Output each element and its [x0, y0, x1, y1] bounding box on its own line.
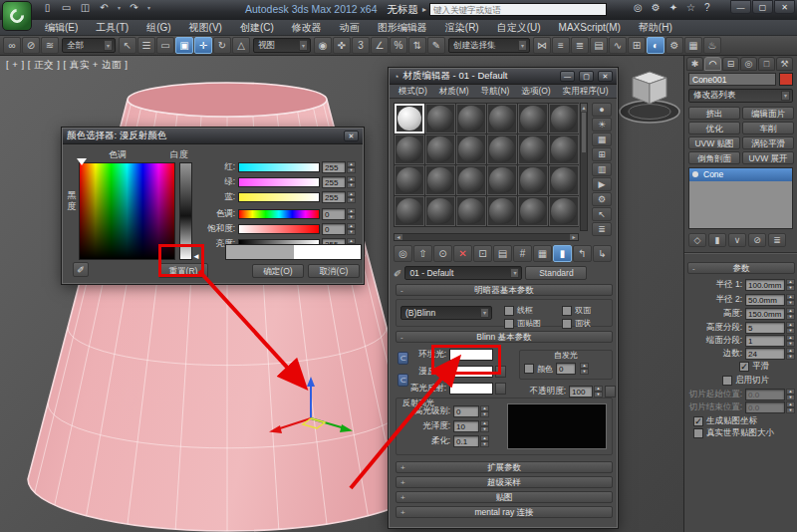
param-value[interactable]: 0.0 [745, 389, 785, 400]
sample-slot-17[interactable] [549, 165, 579, 195]
modifier-button-7[interactable]: UVW 展开 [742, 151, 794, 164]
sample-slot-3[interactable] [487, 104, 517, 133]
pick-material-eyedropper-icon[interactable]: ✐ [394, 268, 401, 279]
menu-item-2[interactable]: 组(G) [137, 20, 179, 36]
search-help-icon[interactable]: ◎ [634, 2, 643, 13]
高光反射-color-swatch[interactable] [449, 383, 493, 395]
background-icon[interactable]: ▦ [592, 133, 612, 146]
spinner[interactable]: ▲▼ [786, 348, 795, 360]
dropdown-arrow-icon[interactable]: ▾ [510, 268, 519, 278]
sample-slot-23[interactable] [549, 196, 579, 226]
spinner[interactable]: ▲▼ [347, 176, 356, 188]
infocenter-search-input[interactable] [429, 3, 607, 16]
slider-track[interactable] [238, 224, 320, 234]
material-name-dropdown[interactable]: 01 - Default ▾ [404, 266, 522, 280]
schematic-view-icon[interactable]: ⊞ [628, 37, 646, 54]
slider-value[interactable]: 0 [322, 208, 346, 220]
menu-item-6[interactable]: 动画 [331, 20, 369, 36]
spinner[interactable]: ▲▼ [786, 279, 795, 291]
backlight-icon[interactable]: ☀ [592, 118, 612, 132]
menu-item-4[interactable]: 创建(C) [231, 20, 283, 36]
select-and-scale-icon[interactable]: △ [232, 37, 250, 54]
selection-filter-dropdown[interactable]: 全部▾ [62, 38, 116, 53]
spinner[interactable]: ▲▼ [786, 308, 795, 320]
show-end-result-stack-icon[interactable]: ▮ [708, 233, 726, 247]
rollout-blinn-basic[interactable]: -Blinn 基本参数 [396, 331, 613, 343]
edit-named-sets-icon[interactable]: ✎ [427, 37, 445, 54]
select-and-move-icon[interactable]: ✛ [194, 37, 212, 54]
sample-slot-14[interactable] [456, 165, 486, 195]
rollout-collapsed-3[interactable]: +mental ray 连接 [396, 506, 613, 518]
reset-map-icon[interactable]: ✕ [453, 245, 472, 262]
sample-slot-5[interactable] [549, 104, 579, 133]
param-value[interactable]: 100.0mm [745, 279, 785, 291]
undo-dropdown-icon[interactable]: ▾ [116, 4, 123, 11]
tab-modify[interactable]: ◠ [704, 57, 721, 71]
spinner-snap-icon[interactable]: ⇅ [408, 37, 426, 54]
slider-value[interactable]: 0 [322, 223, 346, 235]
modifier-button-1[interactable]: 编辑面片 [742, 107, 794, 120]
sample-slot-13[interactable] [425, 165, 455, 195]
stack-item-cone[interactable]: Cone [689, 168, 792, 181]
checkbox-icon[interactable] [562, 319, 572, 329]
make-unique-icon[interactable]: ∨ [728, 233, 746, 247]
rollout-parameters[interactable]: -参数 [687, 262, 795, 274]
make-copy-icon[interactable]: ⊡ [473, 245, 492, 262]
menu-item-5[interactable]: 修改器 [283, 20, 331, 36]
dropdown-arrow-icon[interactable]: ▾ [781, 91, 790, 101]
undo-icon[interactable]: ↶ [97, 2, 112, 13]
param-value[interactable]: 50.0mm [745, 294, 785, 306]
me-menu-item-3[interactable]: 选项(O) [516, 86, 555, 98]
show-end-result-icon[interactable]: ▮ [553, 245, 572, 262]
selfillum-spinner[interactable]: ▲▼ [580, 363, 589, 375]
checkbox-icon[interactable]: ✓ [739, 362, 749, 372]
opacity-spinner[interactable]: ▲▼ [594, 386, 603, 398]
rectangular-selection-icon[interactable]: ▭ [156, 37, 174, 54]
rollout-collapsed-1[interactable]: +超级采样 [396, 476, 613, 488]
pin-stack-icon[interactable]: ◇ [688, 233, 706, 247]
checkbox-icon[interactable] [562, 306, 572, 316]
me-menu-item-0[interactable]: 模式(D) [394, 86, 432, 98]
named-selection-sets-dropdown[interactable]: 创建选择集▾ [448, 38, 530, 53]
color-selector-titlebar[interactable]: 颜色选择器: 漫反射颜色 ✕ [63, 129, 363, 144]
sample-slot-6[interactable] [395, 134, 424, 164]
map-button[interactable] [495, 383, 506, 395]
tab-utilities[interactable]: ⚒ [776, 57, 793, 71]
checkbox-icon[interactable] [693, 428, 703, 438]
modifier-button-3[interactable]: 车削 [742, 122, 794, 134]
rollout-shader-basic[interactable]: -明暗器基本参数 [396, 284, 613, 296]
slider-track[interactable] [238, 177, 320, 187]
sample-type-icon[interactable]: ● [592, 103, 612, 117]
maximize-icon[interactable]: ▢ [579, 71, 594, 82]
save-file-icon[interactable]: ◫ [78, 2, 93, 13]
sample-slot-9[interactable] [487, 134, 517, 164]
dropdown-arrow-icon[interactable]: ▾ [104, 40, 113, 51]
window-crossing-icon[interactable]: ▣ [175, 37, 193, 54]
modifier-button-4[interactable]: UVW 贴图 [688, 136, 740, 149]
video-color-check-icon[interactable]: ▥ [592, 162, 612, 176]
select-by-name-icon[interactable]: ☰ [137, 37, 155, 54]
param-value[interactable]: 0.0 [745, 401, 785, 413]
material-map-navigator-icon[interactable]: ≣ [592, 222, 612, 236]
spinner[interactable]: ▲▼ [347, 223, 356, 235]
me-menu-item-2[interactable]: 导航(N) [476, 86, 515, 98]
spinner[interactable]: ▲▼ [347, 191, 356, 203]
sample-slot-8[interactable] [456, 134, 486, 164]
sample-slot-2[interactable] [456, 104, 486, 133]
dropdown-arrow-icon[interactable]: ▾ [299, 40, 308, 51]
sample-slot-15[interactable] [487, 165, 517, 195]
sample-hscrollbar[interactable]: ◄► [394, 233, 579, 241]
spinner[interactable]: ▲▼ [347, 208, 356, 220]
spinner[interactable]: ▲▼ [480, 405, 489, 417]
viewport-label[interactable]: [ + ] [ 正交 ] [ 真实 + 边面 ] [6, 59, 128, 72]
show-map-viewport-icon[interactable]: ▦ [533, 245, 552, 262]
options-icon[interactable]: ⚙ [592, 192, 612, 206]
get-material-icon[interactable]: ◎ [394, 245, 412, 262]
highlight-value[interactable]: 10 [453, 420, 479, 432]
checkbox-icon[interactable] [722, 376, 732, 386]
modifier-list-dropdown[interactable]: 修改器列表 ▾ [688, 89, 793, 103]
me-menu-item-4[interactable]: 实用程序(U) [558, 86, 614, 98]
dropdown-arrow-icon[interactable]: ▾ [480, 308, 489, 318]
param-value[interactable]: 1 [745, 335, 785, 347]
tab-motion[interactable]: ◎ [740, 57, 757, 71]
